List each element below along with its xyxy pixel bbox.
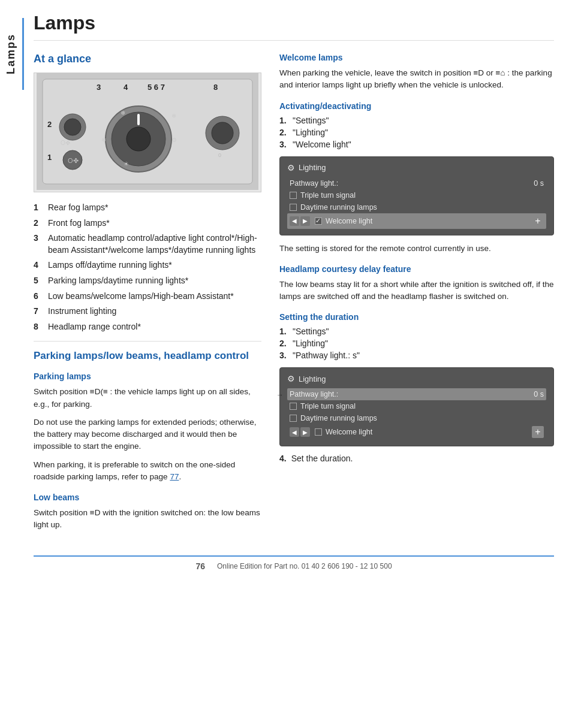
list-item: 8 Headlamp range control* <box>34 321 261 333</box>
pathway-label: Pathway light.: <box>290 179 338 188</box>
step-text: "Lighting" <box>293 128 328 137</box>
item-text-6: Low beams/welcome lamps/High-beam Assist… <box>48 291 234 303</box>
stored-text: The setting is stored for the remote con… <box>279 243 554 255</box>
step-item: 1. "Settings" <box>279 116 554 125</box>
step-num: 1. <box>279 327 289 336</box>
ui-header-label-2: Lighting <box>299 374 326 383</box>
ui-left-nav-2: ◀ ▶ Welcome light <box>290 427 372 437</box>
settings-icon: ⚙ <box>287 163 295 173</box>
svg-text:5  6  7: 5 6 7 <box>147 83 165 92</box>
parking-lamps-text3: When parking, it is preferable to switch… <box>34 459 261 484</box>
svg-text:❄: ❄ <box>101 137 106 143</box>
activating-heading: Activating/deactivating <box>279 101 554 111</box>
daytime-checkbox-2[interactable] <box>290 415 297 422</box>
svg-text:4: 4 <box>124 83 128 92</box>
daytime-label-2: Daytime running lamps <box>300 414 377 422</box>
parking-lamps-heading: Parking lamps <box>34 371 261 381</box>
step-item: 2. "Lighting" <box>279 339 554 348</box>
two-column-layout: At a glance 3 4 5 6 7 8 2 <box>34 53 554 537</box>
item-text-8: Headlamp range control* <box>48 321 141 333</box>
pathway-annotation-row: Pathway light.: 0 s → <box>287 388 546 400</box>
page-ref-link[interactable]: 77 <box>170 472 179 481</box>
lamp-diagram: 3 4 5 6 7 8 2 1 <box>34 73 261 192</box>
step-num: 2. <box>279 339 289 348</box>
page-number: 76 <box>195 561 205 571</box>
right-column: Welcome lamps When parking the vehicle, … <box>279 53 554 537</box>
ui-screenshot-2: ⚙ Lighting Pathway light.: 0 s → <box>279 367 554 446</box>
item-text-5: Parking lamps/daytime running lights* <box>48 275 188 287</box>
nav-arrows-1[interactable]: ◀ ▶ <box>290 216 310 226</box>
parking-lamps-text2: Do not use the parking lamps for extende… <box>34 416 261 453</box>
welcome-lamps-heading: Welcome lamps <box>279 53 554 62</box>
nav-arrows-2[interactable]: ◀ ▶ <box>290 427 310 437</box>
headlamp-delay-text: The low beams stay lit for a short while… <box>279 279 554 303</box>
list-item: 7 Instrument lighting <box>34 306 261 318</box>
step-num: 2. <box>279 128 289 137</box>
step-num: 1. <box>279 116 289 125</box>
welcome-checkbox-2[interactable] <box>315 428 322 436</box>
lamp-item-list: 1 Rear fog lamps* 2 Front fog lamps* 3 A… <box>34 202 261 333</box>
left-arrow-annotation: → <box>276 391 284 399</box>
triple-label: Triple turn signal <box>300 191 356 200</box>
low-beams-text: Switch position ≡D with the ignition swi… <box>34 507 261 531</box>
ui-header-1: ⚙ Lighting <box>287 163 546 173</box>
ui-row-pathway: Pathway light.: 0 s <box>287 177 546 189</box>
item-num-6: 6 <box>34 291 43 303</box>
settings-icon-2: ⚙ <box>287 374 295 383</box>
ui-header-label-1: Lighting <box>299 163 326 172</box>
step-item: 3. "Welcome light" <box>279 140 554 149</box>
right-arrow-btn-2[interactable]: ▶ <box>300 427 310 437</box>
pathway-value: 0 s <box>534 179 544 188</box>
step-4-text: Set the duration. <box>291 454 353 463</box>
activating-steps: 1. "Settings" 2. "Lighting" 3. "Welcome … <box>279 116 554 149</box>
svg-text:0: 0 <box>218 152 221 158</box>
svg-point-21 <box>64 119 81 135</box>
item-num-3: 3 <box>34 232 43 256</box>
svg-text:O✤: O✤ <box>68 157 79 164</box>
list-item: 3 Automatic headlamp control/adaptive li… <box>34 232 261 256</box>
separator-1 <box>34 341 261 342</box>
ui-row-triple: Triple turn signal <box>287 189 546 201</box>
svg-text:⚙: ⚙ <box>171 137 177 143</box>
main-content: Lamps At a glance 3 4 5 6 7 <box>22 0 572 728</box>
svg-text:2: 2 <box>47 120 52 129</box>
list-item: 6 Low beams/welcome lamps/High-beam Assi… <box>34 291 261 303</box>
plus-button-2[interactable]: + <box>532 426 544 438</box>
daytime-checkbox[interactable] <box>290 204 297 211</box>
item-num-8: 8 <box>34 321 43 333</box>
step-item: 2. "Lighting" <box>279 128 554 137</box>
parking-lamps-text1: Switch position ≡D(≡ : the vehicle lamps… <box>34 386 261 410</box>
svg-text:☀: ☀ <box>124 161 129 167</box>
step-text: "Welcome light" <box>293 140 351 149</box>
svg-text:O✤: O✤ <box>61 140 70 146</box>
ui-header-2: ⚙ Lighting <box>287 374 546 383</box>
ui-row-triple-2: Triple turn signal <box>287 400 546 412</box>
welcome-lamps-text: When parking the vehicle, leave the swit… <box>279 67 554 92</box>
ui-left-nav: ◀ ▶ Welcome light <box>290 216 372 226</box>
item-num-2: 2 <box>34 218 43 229</box>
triple-checkbox[interactable] <box>290 192 297 199</box>
duration-steps: 1. "Settings" 2. "Lighting" 3. "Pathway … <box>279 327 554 360</box>
ui-row-daytime: Daytime running lamps <box>287 201 546 213</box>
triple-checkbox-2[interactable] <box>290 403 297 410</box>
step-text: "Pathway light.: s" <box>293 351 360 360</box>
item-num-1: 1 <box>34 202 43 214</box>
ui-row-welcome-2: ◀ ▶ Welcome light + <box>287 424 546 440</box>
step-4-num: 4. <box>279 454 287 463</box>
item-num-4: 4 <box>34 259 43 271</box>
at-a-glance-heading: At a glance <box>34 53 261 65</box>
lamp-diagram-svg: 3 4 5 6 7 8 2 1 <box>34 73 261 190</box>
daytime-label-group: Daytime running lamps <box>290 203 377 212</box>
right-arrow-btn[interactable]: ▶ <box>300 216 310 226</box>
list-item: 2 Front fog lamps* <box>34 218 261 229</box>
ui-screenshot-1: ⚙ Lighting Pathway light.: 0 s Triple tu… <box>279 156 554 235</box>
page-footer: 76 Online Edition for Part no. 01 40 2 6… <box>34 555 554 571</box>
left-arrow-btn[interactable]: ◀ <box>290 216 299 226</box>
left-arrow-btn-2[interactable]: ◀ <box>290 427 299 437</box>
pathway-label-2: Pathway light.: <box>290 390 338 398</box>
welcome-checkbox[interactable] <box>315 218 322 225</box>
item-num-5: 5 <box>34 275 43 287</box>
sidebar-label: Lamps <box>0 18 24 90</box>
step-num: 3. <box>279 351 289 360</box>
plus-button-1[interactable]: + <box>532 215 544 227</box>
